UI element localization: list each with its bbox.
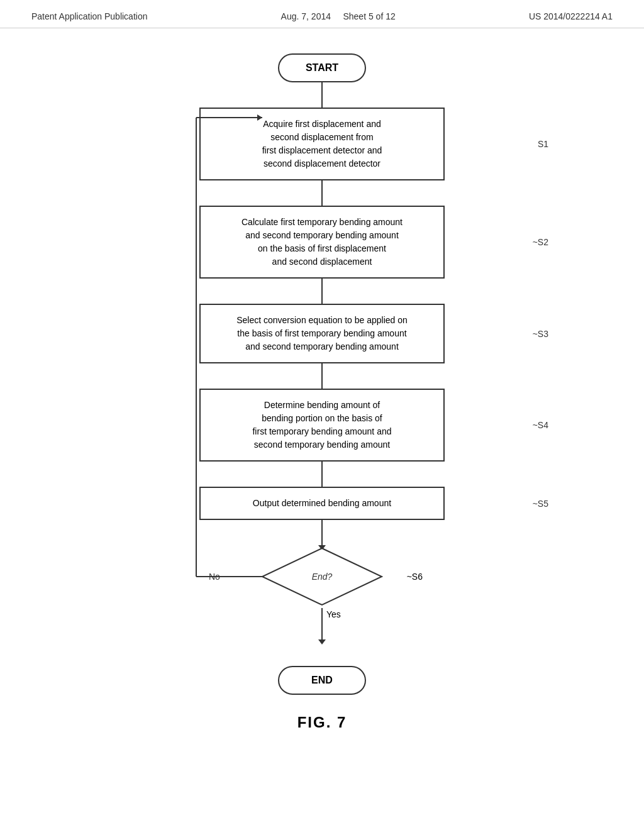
flowchart: START Acquire first displacement andseco… bbox=[133, 53, 511, 695]
step-s4-label: ~S4 bbox=[533, 420, 548, 430]
step-s4-row: Determine bending amount ofbending porti… bbox=[133, 389, 511, 462]
header-date-sheet: Aug. 7, 2014 Sheet 5 of 12 bbox=[281, 11, 396, 21]
step-s1-row: Acquire first displacement andsecond dis… bbox=[133, 108, 511, 180]
step-s5-text: Output determined bending amount bbox=[253, 498, 391, 508]
step-s3-box: Select conversion equation to be applied… bbox=[199, 304, 445, 363]
step-s2-row: Calculate first temporary bending amount… bbox=[133, 206, 511, 279]
step-s1-label: S1 bbox=[538, 139, 548, 149]
page-header: Patent Application Publication Aug. 7, 2… bbox=[0, 0, 644, 28]
diamond-wrapper: No End? ~S6 bbox=[259, 545, 385, 608]
step-s5-label: ~S5 bbox=[533, 499, 548, 509]
diamond-section: No End? ~S6 bbox=[133, 545, 511, 695]
figure-caption: FIG. 7 bbox=[297, 714, 347, 731]
step-s3-label: ~S3 bbox=[533, 329, 548, 339]
arrow-s1-s2 bbox=[321, 180, 323, 206]
arrow-s4-s5 bbox=[321, 462, 323, 487]
diamond-text: End? bbox=[312, 572, 333, 582]
step-s4-box: Determine bending amount ofbending porti… bbox=[199, 389, 445, 462]
step-s6-label: ~S6 bbox=[407, 572, 423, 582]
main-content: START Acquire first displacement andseco… bbox=[0, 28, 644, 750]
header-date: Aug. 7, 2014 bbox=[281, 11, 331, 21]
step-s4-text: Determine bending amount ofbending porti… bbox=[252, 400, 391, 450]
arrow-s2-s3 bbox=[321, 279, 323, 304]
step-s3-text: Select conversion equation to be applied… bbox=[236, 315, 408, 351]
arrow-s5-s6 bbox=[321, 520, 323, 545]
step-s2-box: Calculate first temporary bending amount… bbox=[199, 206, 445, 279]
flowchart-center: START Acquire first displacement andseco… bbox=[133, 53, 511, 695]
arrow-s3-s4 bbox=[321, 363, 323, 389]
header-patent-number: US 2014/0222214 A1 bbox=[529, 11, 613, 21]
yes-label: Yes bbox=[326, 609, 341, 619]
start-terminal: START bbox=[278, 53, 366, 82]
arrow-start-s1 bbox=[321, 82, 323, 108]
yes-section: Yes bbox=[321, 608, 323, 639]
no-label: No bbox=[209, 572, 220, 582]
yes-path: Yes bbox=[321, 608, 323, 639]
step-s3-row: Select conversion equation to be applied… bbox=[133, 304, 511, 363]
step-s5-row: Output determined bending amount ~S5 bbox=[133, 487, 511, 520]
step-s1-text: Acquire first displacement andsecond dis… bbox=[262, 119, 382, 169]
step-s2-text: Calculate first temporary bending amount… bbox=[242, 217, 402, 267]
header-publication-type: Patent Application Publication bbox=[31, 11, 147, 21]
step-s1-box: Acquire first displacement andsecond dis… bbox=[199, 108, 445, 180]
step-s5-box: Output determined bending amount bbox=[199, 487, 445, 520]
diamond-shape: End? bbox=[259, 545, 385, 608]
header-sheet: Sheet 5 of 12 bbox=[343, 11, 395, 21]
end-terminal: END bbox=[278, 666, 366, 695]
end-node: END bbox=[133, 666, 511, 695]
start-node: START bbox=[133, 53, 511, 82]
step-s2-label: ~S2 bbox=[533, 237, 548, 247]
